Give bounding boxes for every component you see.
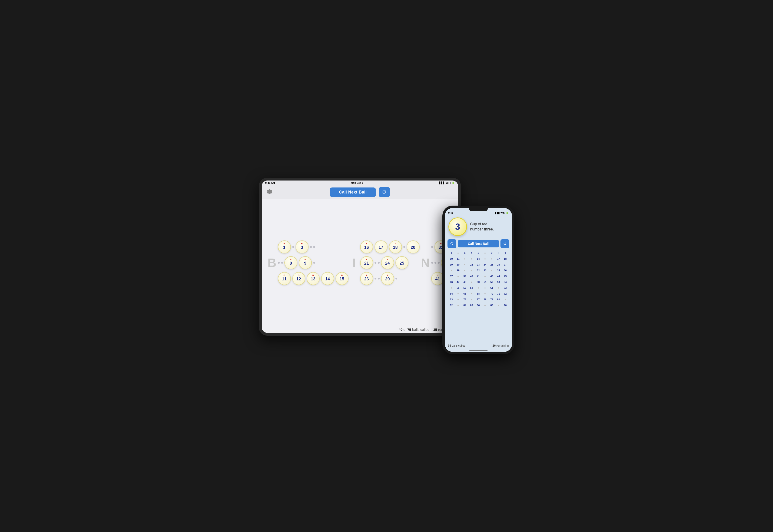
ng-cell-56: 56 (455, 285, 461, 290)
ipad-status-bar: 9:41 AM Mon Sep 9 ▋▋▋ WiFi 🔋 (262, 181, 458, 185)
ng-cell-70: 70 (489, 291, 495, 296)
col-letter-i: I (349, 257, 360, 269)
ng-cell-82: 82 (448, 303, 454, 308)
ng-cell-14: 14 (475, 256, 481, 261)
balls-called-label: balls called (412, 328, 433, 332)
ng-cell-0 (455, 291, 461, 296)
ng-cell-84: 84 (462, 303, 468, 308)
ng-cell-9: 9 (502, 250, 508, 256)
ng-cell-0 (462, 268, 468, 273)
ng-empty-dot (457, 305, 459, 306)
ng-cell-29: 29 (455, 268, 461, 273)
ng-empty-dot (457, 299, 459, 300)
timer-button[interactable]: ⏱ (379, 187, 390, 197)
bingo-ball-21: I21 (360, 256, 373, 269)
ng-cell-85: 85 (469, 303, 475, 308)
wifi-icon: WiFi (446, 182, 451, 184)
ng-cell-58: 58 (469, 285, 475, 290)
ng-cell-36: 36 (502, 268, 508, 273)
iphone-settings-button[interactable]: ⚙ (500, 239, 509, 248)
ng-cell-0 (469, 256, 475, 261)
bingo-ball-20: I20 (407, 240, 420, 253)
ng-cell-0 (462, 262, 468, 267)
ng-cell-79: 79 (489, 297, 495, 302)
ng-cell-4: 4 (469, 250, 475, 256)
iphone-numgrid-row: 646668707172 (447, 291, 510, 296)
empty-dot (313, 246, 315, 248)
current-ball-number: 3 (455, 222, 460, 231)
ng-cell-11: 11 (455, 256, 461, 261)
ng-cell-41: 41 (475, 274, 481, 279)
ng-cell-54: 54 (502, 279, 508, 285)
bingo-row: B1B3 (278, 240, 349, 254)
bingo-ball-11: B11 (278, 272, 291, 285)
ng-empty-dot (471, 270, 472, 271)
empty-dot (378, 278, 380, 279)
current-ball-display: 3 (448, 217, 467, 236)
notch-row (445, 208, 512, 211)
empty-dot (278, 262, 280, 264)
ng-cell-39: 39 (462, 274, 468, 279)
ng-cell-0 (482, 256, 488, 261)
iphone-footer: 64 balls called 26 remaining (445, 343, 512, 350)
signal-icon: ▋▋▋ (439, 182, 445, 184)
ball-desc-word: three (484, 227, 493, 231)
ng-cell-50: 50 (475, 279, 481, 285)
iphone-numgrid-row: 37394041434445 (447, 274, 510, 279)
ng-cell-27: 27 (502, 262, 508, 267)
iphone-toolbar: ⏱ Call Next Ball ⚙ (445, 238, 512, 250)
iphone-number-grid: 1345789101114171819202223242526272932333… (445, 250, 512, 343)
ng-cell-0 (482, 291, 488, 296)
empty-dot (292, 246, 294, 248)
empty-dot (438, 262, 440, 264)
iphone-timer-button[interactable]: ⏱ (447, 239, 456, 248)
call-next-ball-button[interactable]: Call Next Ball (330, 187, 376, 197)
bingo-row: I21I24I25 (360, 256, 420, 270)
iphone-numgrid-row: 1011141718 (447, 256, 510, 261)
empty-dot (403, 246, 405, 248)
ng-empty-dot (478, 287, 479, 289)
ng-cell-0 (455, 274, 461, 279)
ng-cell-24: 24 (482, 262, 488, 267)
ng-cell-33: 33 (482, 268, 488, 273)
iphone-numgrid-row: 5657586163 (447, 285, 510, 290)
bingo-ball-3: B3 (296, 240, 309, 253)
ng-cell-0 (469, 297, 475, 302)
iphone-call-next-ball-button[interactable]: Call Next Ball (458, 240, 499, 247)
ng-cell-88: 88 (489, 303, 495, 308)
ng-empty-dot (471, 293, 472, 294)
ball-desc-prefix: number (470, 227, 483, 231)
ball-desc-line1: Cup of tea, (470, 222, 488, 226)
ng-cell-18: 18 (502, 256, 508, 261)
ng-empty-dot (484, 287, 486, 289)
ng-cell-52: 52 (489, 279, 495, 285)
ng-empty-dot (484, 293, 486, 294)
ng-empty-dot (451, 287, 452, 289)
ng-empty-dot (464, 264, 465, 265)
bingo-row: I26I29 (360, 271, 420, 286)
empty-dot (434, 262, 436, 264)
iphone-battery-icon: 🔋 (506, 212, 508, 214)
bingo-ball-17: I17 (375, 240, 388, 253)
ng-empty-dot (491, 270, 492, 271)
ng-cell-0 (475, 285, 481, 290)
settings-button[interactable] (265, 188, 274, 196)
empty-dot (431, 262, 433, 264)
iphone-device: 9:41 ▋▋▋ WiFi 🔋 3 Cup of tea, number thr… (442, 206, 514, 354)
ng-cell-23: 23 (475, 262, 481, 267)
bingo-ball-16: I16 (360, 240, 373, 253)
ng-cell-46: 46 (448, 279, 454, 285)
ball-desc-period: . (493, 227, 494, 231)
battery-icon: 🔋 (452, 182, 454, 184)
ng-empty-dot (464, 270, 465, 271)
ng-cell-0 (496, 285, 502, 290)
ng-cell-75: 75 (462, 297, 468, 302)
ng-cell-72: 72 (502, 291, 508, 296)
ng-cell-86: 86 (475, 303, 481, 308)
bingo-ball-9: B9 (299, 256, 312, 269)
ng-empty-dot (484, 276, 486, 277)
ng-empty-dot (451, 270, 452, 271)
ipad-toolbar: Call Next Ball ⏱ (262, 185, 458, 199)
iphone-numgrid-row: 1920222324252627 (447, 262, 510, 267)
ng-empty-dot (457, 253, 459, 254)
